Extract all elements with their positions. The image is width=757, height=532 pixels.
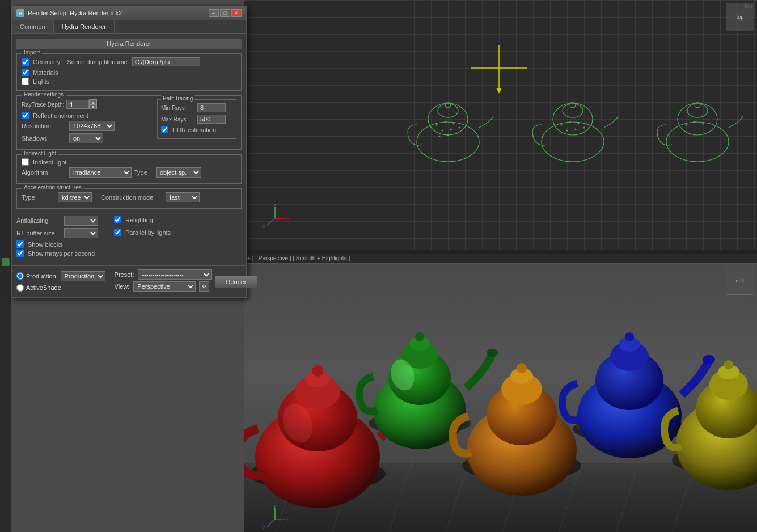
left-toolbar [0, 255, 11, 266]
indirect-light-label: Indirect light [33, 159, 66, 166]
panel-header: Hydra Renderer [16, 39, 242, 49]
hdr-checkbox[interactable] [161, 126, 168, 133]
max-rays-label: Max Rays [161, 116, 195, 123]
svg-text:X: X [287, 517, 289, 522]
min-rays-input[interactable] [197, 103, 226, 112]
svg-point-11 [450, 129, 452, 130]
antialiasing-row: Antialiasing 2x 4x [16, 216, 98, 226]
resolution-select[interactable]: 1024x768 1920x1080 800x600 [69, 121, 115, 131]
algorithm-select[interactable]: irradiance path tracing [69, 167, 132, 178]
import-group: Import Geometry Scene dump filename Mate… [16, 53, 242, 91]
show-blocks-checkbox[interactable] [16, 240, 24, 248]
shadows-select[interactable]: on off [69, 133, 103, 143]
dialog-tabs: Common Hydra Renderer [12, 20, 246, 34]
raytrace-down[interactable]: ▼ [89, 104, 97, 109]
accel-type-label: Type [22, 194, 56, 201]
type-select-indirect[interactable]: object sp. world sp. [156, 167, 201, 178]
preset-view-area: Preset: -------------------- View: Persp… [115, 269, 212, 294]
view-select[interactable]: Perspective Front Top [133, 281, 196, 292]
max-rays-input[interactable] [197, 115, 226, 124]
lights-label: Lights [33, 78, 49, 85]
materials-label: Materials [33, 69, 58, 76]
top-viewport: top top [244, 0, 757, 250]
svg-point-25 [583, 127, 585, 129]
svg-point-82 [724, 360, 733, 369]
svg-point-14 [447, 134, 449, 136]
dialog-title: Render Setup: Hydra Render mk2 [28, 10, 122, 16]
svg-point-31 [694, 121, 696, 123]
activeshade-label: ActiveShade [26, 284, 61, 291]
axis-bottom: X Y Z [261, 505, 289, 532]
antialiasing-select[interactable]: 2x 4x [64, 216, 98, 226]
resolution-row: Resolution 1024x768 1920x1080 800x600 [22, 121, 150, 131]
svg-point-8 [445, 121, 446, 123]
acceleration-group-label: Acceleration structures [22, 184, 84, 191]
render-button[interactable]: Render [215, 276, 257, 288]
svg-point-52 [312, 365, 323, 377]
teapots-3d [244, 293, 757, 508]
dialog-window-controls: ─ □ ✕ [209, 9, 242, 17]
raytrace-spinbox: ▲ ▼ [66, 99, 97, 109]
preset-select[interactable]: -------------------- [138, 269, 212, 280]
nav-cube-top[interactable]: top [726, 3, 754, 31]
production-radio[interactable] [16, 272, 24, 280]
svg-point-12 [459, 127, 460, 129]
accel-type-select[interactable]: kd tree BVH [58, 192, 92, 202]
min-rays-label: Min Rays [161, 105, 195, 111]
reflect-env-checkbox[interactable] [22, 112, 29, 119]
rt-buffer-select[interactable]: 256 512 [64, 228, 98, 238]
svg-point-21 [569, 121, 571, 123]
shadows-label: Shadows [22, 135, 67, 142]
scene-dump-label: Scene dump filename [67, 58, 127, 65]
raytrace-up[interactable]: ▲ [89, 99, 97, 104]
svg-point-68 [517, 363, 527, 373]
tab-hydra-renderer[interactable]: Hydra Renderer [54, 20, 115, 33]
minimize-button[interactable]: ─ [209, 9, 219, 17]
svg-point-15 [456, 133, 458, 134]
geometry-checkbox[interactable] [22, 58, 29, 66]
indirect-light-group-label: Indirect Light [22, 150, 58, 157]
render-setup-dialog: R Render Setup: Hydra Render mk2 ─ □ ✕ C… [11, 6, 247, 298]
svg-point-26 [666, 122, 729, 162]
raytrace-row: RayTrace Depth: ▲ ▼ [22, 99, 150, 109]
view-label: View: [115, 283, 130, 290]
dialog-titlebar[interactable]: R Render Setup: Hydra Render mk2 ─ □ ✕ [12, 6, 246, 20]
show-mrays-checkbox[interactable] [16, 250, 24, 257]
indirect-light-checkbox[interactable] [22, 158, 29, 166]
bottom-viewport-label-bar: + ] [ Perspective ] [ Smooth + Highlight… [244, 254, 757, 264]
svg-point-32 [703, 123, 704, 125]
production-select[interactable]: Production [61, 271, 105, 281]
parallel-lights-checkbox[interactable] [114, 229, 121, 236]
geometry-row: Geometry Scene dump filename [22, 57, 236, 66]
rt-buffer-row: RT buffer size 256 512 [16, 228, 98, 238]
svg-point-61 [487, 349, 498, 357]
dialog-content: Hydra Renderer Import Geometry Scene dum… [12, 34, 246, 265]
materials-checkbox[interactable] [22, 69, 29, 76]
extra-settings: Antialiasing 2x 4x Relighting RT buffer … [16, 213, 242, 261]
close-button[interactable]: ✕ [231, 9, 242, 17]
parallel-lights-row: Parallel by lights [114, 229, 171, 236]
reflect-env-label: Reflect environment [33, 112, 88, 119]
activeshade-radio[interactable] [16, 284, 24, 292]
raytrace-input[interactable] [66, 100, 89, 109]
show-mrays-row: Show mrays per second [16, 250, 242, 257]
preset-row: Preset: -------------------- [115, 269, 212, 280]
max-rays-row: Max Rays [161, 115, 232, 124]
bottom-viewport: edit [244, 264, 757, 532]
relighting-label: Relighting [125, 217, 153, 223]
relighting-checkbox[interactable] [114, 216, 121, 223]
nav-cube-bottom[interactable]: edit [726, 267, 754, 295]
svg-text:Z: Z [263, 525, 265, 530]
resolution-label: Resolution [22, 123, 67, 129]
svg-point-76 [703, 355, 715, 364]
svg-text:X: X [287, 216, 289, 221]
svg-text:Z: Z [263, 224, 265, 229]
scene-dump-input[interactable] [132, 57, 200, 66]
construction-select[interactable]: fast quality [166, 192, 200, 202]
lights-checkbox[interactable] [22, 78, 29, 85]
view-button[interactable]: ⚙ [199, 281, 209, 292]
viewport-separator [244, 250, 757, 254]
maximize-button[interactable]: □ [220, 9, 230, 17]
svg-point-60 [415, 332, 424, 341]
tab-common[interactable]: Common [12, 20, 54, 33]
